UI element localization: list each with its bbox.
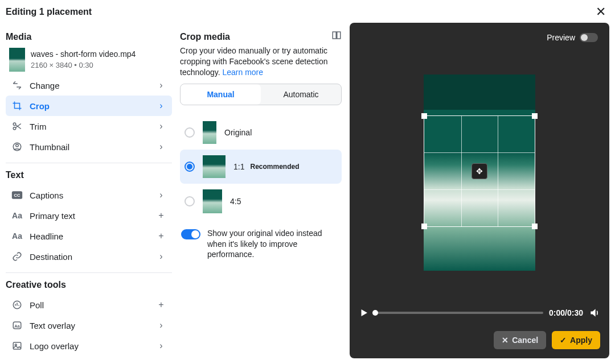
poll-icon <box>11 299 23 311</box>
sidebar-item-text-overlay[interactable]: Aa Text overlay › <box>6 315 172 336</box>
progress-handle[interactable] <box>372 310 378 316</box>
plus-icon: + <box>156 210 166 221</box>
sidebar-item-label: Poll <box>30 300 149 310</box>
crop-mode-tabs: Manual Automatic <box>180 84 342 105</box>
crop-icon <box>11 100 23 111</box>
sidebar-item-label: Primary text <box>30 211 149 221</box>
apply-button[interactable]: ✓ Apply <box>552 331 600 349</box>
crop-handle[interactable] <box>532 224 538 229</box>
text-heading: Text <box>6 170 172 180</box>
chevron-right-icon: › <box>156 80 166 90</box>
chevron-right-icon: › <box>156 121 166 131</box>
sidebar-item-label: Thumbnail <box>30 142 149 152</box>
sidebar-item-captions[interactable]: CC Captions › <box>6 185 172 205</box>
svg-rect-12 <box>337 32 341 39</box>
ratio-option-4-5[interactable]: 4:5 <box>180 184 342 219</box>
cancel-button[interactable]: ✕ Cancel <box>494 331 546 349</box>
close-icon: ✕ <box>502 336 509 345</box>
plus-icon: + <box>156 300 166 310</box>
media-file-row[interactable]: waves - short-form video.mp4 2160 × 3840… <box>6 47 172 75</box>
svg-rect-9 <box>13 342 21 349</box>
sidebar-item-label: Change <box>30 81 149 90</box>
text-icon: Aa <box>11 230 23 242</box>
tab-manual[interactable]: Manual <box>181 84 261 105</box>
sidebar-item-label: Crop <box>30 101 149 111</box>
sidebar-item-label: Text overlay <box>30 321 149 330</box>
sidebar-item-change[interactable]: Change › <box>6 75 172 96</box>
svg-point-3 <box>16 144 19 147</box>
progress-bar[interactable] <box>375 312 543 314</box>
volume-button[interactable] <box>589 307 600 318</box>
move-icon[interactable]: ✥ <box>472 163 487 179</box>
plus-icon: + <box>156 231 166 241</box>
performance-toggle-label: Show your original video instead when it… <box>207 228 341 260</box>
page-title: Editing 1 placement <box>6 7 92 17</box>
chevron-right-icon: › <box>156 320 166 330</box>
time-display: 0:00/0:30 <box>549 308 583 317</box>
chevron-right-icon: › <box>156 101 166 111</box>
crop-panel: Crop media Crop your video manually or t… <box>177 23 347 364</box>
divider <box>6 163 172 163</box>
chevron-right-icon: › <box>156 142 166 152</box>
crop-handle[interactable] <box>421 113 427 119</box>
tools-heading: Creative tools <box>6 280 172 290</box>
sidebar-item-label: Trim <box>30 122 149 131</box>
sidebar-item-label: Captions <box>30 191 149 200</box>
tab-automatic[interactable]: Automatic <box>261 84 341 105</box>
sidebar-item-headline[interactable]: Aa Headline + <box>6 226 172 246</box>
ratio-label: 4:5 <box>230 197 241 206</box>
performance-toggle[interactable] <box>181 229 200 239</box>
trim-icon <box>11 121 23 132</box>
sidebar-item-label: Headline <box>30 231 149 241</box>
cancel-label: Cancel <box>512 336 538 345</box>
compare-icon[interactable] <box>331 30 342 40</box>
sidebar-item-poll[interactable]: Poll + <box>6 295 172 315</box>
svg-point-0 <box>13 123 16 126</box>
media-file-meta: waves - short-form video.mp4 2160 × 3840… <box>31 49 136 71</box>
captions-icon: CC <box>11 189 23 201</box>
media-heading: Media <box>6 32 172 42</box>
svg-text:Aa: Aa <box>14 324 20 329</box>
svg-text:CC: CC <box>14 193 20 198</box>
preview-panel: Preview ✥ 0 <box>350 23 609 358</box>
sidebar-item-primary-text[interactable]: Aa Primary text + <box>6 205 172 226</box>
sidebar-item-thumbnail[interactable]: Thumbnail › <box>6 136 172 157</box>
media-dimensions: 2160 × 3840 • 0:30 <box>31 60 136 71</box>
svg-rect-11 <box>333 32 336 39</box>
sidebar-item-destination[interactable]: Destination › <box>6 246 172 267</box>
ratio-thumb-icon <box>203 189 222 213</box>
crop-heading: Crop media <box>180 32 230 42</box>
crop-handle[interactable] <box>532 113 538 119</box>
radio-icon <box>184 162 195 172</box>
chevron-right-icon: › <box>156 341 166 351</box>
ratio-label: 1:1 <box>233 162 244 171</box>
ratio-label: Original <box>224 128 252 137</box>
video-preview[interactable]: ✥ <box>424 75 535 271</box>
sidebar-item-logo-overlay[interactable]: Logo overlay › <box>6 336 172 356</box>
image-icon <box>11 340 23 351</box>
text-icon: Aa <box>11 210 23 221</box>
apply-label: Apply <box>570 336 592 345</box>
learn-more-link[interactable]: Learn more <box>222 68 263 77</box>
chevron-right-icon: › <box>156 251 166 262</box>
chevron-right-icon: › <box>156 190 166 200</box>
media-filename: waves - short-form video.mp4 <box>31 49 136 60</box>
change-icon <box>11 80 23 91</box>
ratio-option-1-1[interactable]: 1:1 Recommended <box>180 150 342 184</box>
recommended-badge: Recommended <box>250 163 299 171</box>
sidebar-item-crop[interactable]: Crop › <box>6 96 172 116</box>
crop-box[interactable]: ✥ <box>424 115 535 227</box>
ratio-option-original[interactable]: Original <box>180 115 342 150</box>
ratio-thumb-icon <box>203 121 216 144</box>
radio-icon <box>184 127 195 138</box>
play-button[interactable] <box>359 308 369 318</box>
radio-icon <box>184 196 195 206</box>
sidebar-item-trim[interactable]: Trim › <box>6 116 172 136</box>
ratio-thumb-icon <box>203 155 226 178</box>
svg-point-1 <box>13 127 16 130</box>
thumbnail-icon <box>11 141 23 152</box>
media-thumbnail-icon <box>9 48 25 72</box>
crop-handle[interactable] <box>421 224 427 229</box>
close-button[interactable]: ✕ <box>596 6 606 18</box>
left-sidebar: Media waves - short-form video.mp4 2160 … <box>0 23 177 364</box>
